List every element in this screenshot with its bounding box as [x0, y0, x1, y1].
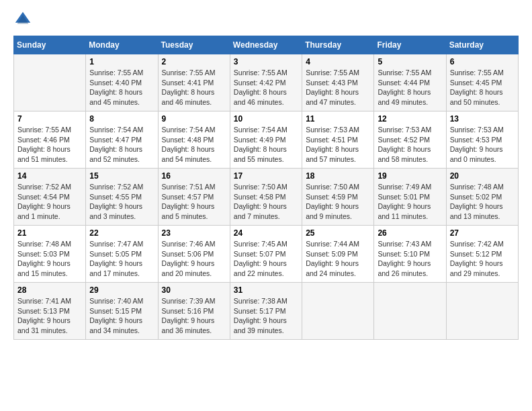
day-number: 27 — [450, 228, 515, 238]
week-row-1: 1Sunrise: 7:55 AMSunset: 4:40 PMDaylight… — [14, 54, 519, 111]
day-cell: 26Sunrise: 7:43 AMSunset: 5:10 PMDayligh… — [374, 226, 446, 283]
day-info: Sunrise: 7:52 AMSunset: 4:55 PMDaylight:… — [89, 182, 154, 222]
header-row: SundayMondayTuesdayWednesdayThursdayFrid… — [14, 36, 519, 54]
day-number: 30 — [162, 285, 226, 295]
day-cell: 12Sunrise: 7:53 AMSunset: 4:52 PMDayligh… — [374, 111, 446, 169]
header — [13, 10, 519, 29]
day-cell: 2Sunrise: 7:55 AMSunset: 4:41 PMDaylight… — [158, 54, 230, 111]
logo — [13, 10, 35, 29]
day-cell: 15Sunrise: 7:52 AMSunset: 4:55 PMDayligh… — [86, 169, 158, 226]
calendar-table: SundayMondayTuesdayWednesdayThursdayFrid… — [13, 36, 519, 340]
day-info: Sunrise: 7:49 AMSunset: 5:01 PMDaylight:… — [378, 182, 442, 222]
day-number: 13 — [450, 114, 515, 124]
day-number: 26 — [378, 228, 442, 238]
day-number: 14 — [17, 171, 82, 181]
day-cell: 1Sunrise: 7:55 AMSunset: 4:40 PMDaylight… — [86, 54, 158, 111]
day-number: 5 — [378, 57, 442, 66]
day-info: Sunrise: 7:52 AMSunset: 4:54 PMDaylight:… — [17, 182, 82, 222]
day-info: Sunrise: 7:55 AMSunset: 4:41 PMDaylight:… — [162, 68, 226, 107]
day-cell: 18Sunrise: 7:50 AMSunset: 4:59 PMDayligh… — [302, 169, 374, 226]
day-cell: 31Sunrise: 7:38 AMSunset: 5:17 PMDayligh… — [230, 283, 302, 340]
day-number: 25 — [306, 228, 370, 238]
day-info: Sunrise: 7:48 AMSunset: 5:02 PMDaylight:… — [450, 182, 515, 222]
logo-icon — [13, 10, 32, 29]
day-info: Sunrise: 7:38 AMSunset: 5:17 PMDaylight:… — [234, 296, 298, 336]
day-cell — [14, 54, 86, 111]
day-cell: 20Sunrise: 7:48 AMSunset: 5:02 PMDayligh… — [446, 169, 518, 226]
day-number: 8 — [89, 114, 154, 124]
day-number: 4 — [306, 57, 370, 66]
day-cell: 6Sunrise: 7:55 AMSunset: 4:45 PMDaylight… — [446, 54, 518, 111]
col-header-tuesday: Tuesday — [158, 36, 230, 54]
day-cell: 9Sunrise: 7:54 AMSunset: 4:48 PMDaylight… — [158, 111, 230, 169]
day-number: 28 — [17, 285, 82, 295]
day-number: 16 — [162, 171, 226, 181]
day-info: Sunrise: 7:55 AMSunset: 4:42 PMDaylight:… — [234, 68, 298, 107]
day-number: 18 — [306, 171, 370, 181]
day-number: 29 — [89, 285, 154, 295]
day-info: Sunrise: 7:53 AMSunset: 4:52 PMDaylight:… — [378, 125, 442, 165]
day-info: Sunrise: 7:50 AMSunset: 4:58 PMDaylight:… — [234, 182, 298, 222]
day-number: 21 — [17, 228, 82, 238]
col-header-monday: Monday — [86, 36, 158, 54]
day-cell — [302, 283, 374, 340]
week-row-2: 7Sunrise: 7:55 AMSunset: 4:46 PMDaylight… — [14, 111, 519, 169]
day-cell: 11Sunrise: 7:53 AMSunset: 4:51 PMDayligh… — [302, 111, 374, 169]
day-number: 19 — [378, 171, 442, 181]
week-row-5: 28Sunrise: 7:41 AMSunset: 5:13 PMDayligh… — [14, 283, 519, 340]
day-number: 17 — [234, 171, 298, 181]
day-number: 22 — [89, 228, 154, 238]
day-cell: 4Sunrise: 7:55 AMSunset: 4:43 PMDaylight… — [302, 54, 374, 111]
day-cell — [446, 283, 518, 340]
day-number: 31 — [234, 285, 298, 295]
day-cell: 24Sunrise: 7:45 AMSunset: 5:07 PMDayligh… — [230, 226, 302, 283]
day-info: Sunrise: 7:53 AMSunset: 4:53 PMDaylight:… — [450, 125, 515, 165]
day-info: Sunrise: 7:53 AMSunset: 4:51 PMDaylight:… — [306, 125, 370, 165]
day-cell: 17Sunrise: 7:50 AMSunset: 4:58 PMDayligh… — [230, 169, 302, 226]
day-number: 20 — [450, 171, 515, 181]
day-info: Sunrise: 7:39 AMSunset: 5:16 PMDaylight:… — [162, 296, 226, 336]
day-number: 12 — [378, 114, 442, 124]
day-cell: 3Sunrise: 7:55 AMSunset: 4:42 PMDaylight… — [230, 54, 302, 111]
day-cell: 28Sunrise: 7:41 AMSunset: 5:13 PMDayligh… — [14, 283, 86, 340]
day-info: Sunrise: 7:54 AMSunset: 4:47 PMDaylight:… — [89, 125, 154, 165]
day-info: Sunrise: 7:42 AMSunset: 5:12 PMDaylight:… — [450, 239, 515, 279]
day-cell: 16Sunrise: 7:51 AMSunset: 4:57 PMDayligh… — [158, 169, 230, 226]
day-cell: 5Sunrise: 7:55 AMSunset: 4:44 PMDaylight… — [374, 54, 446, 111]
day-cell: 22Sunrise: 7:47 AMSunset: 5:05 PMDayligh… — [86, 226, 158, 283]
col-header-wednesday: Wednesday — [230, 36, 302, 54]
day-info: Sunrise: 7:46 AMSunset: 5:06 PMDaylight:… — [162, 239, 226, 279]
day-info: Sunrise: 7:40 AMSunset: 5:15 PMDaylight:… — [89, 296, 154, 336]
day-cell: 8Sunrise: 7:54 AMSunset: 4:47 PMDaylight… — [86, 111, 158, 169]
day-info: Sunrise: 7:54 AMSunset: 4:49 PMDaylight:… — [234, 125, 298, 165]
day-cell: 19Sunrise: 7:49 AMSunset: 5:01 PMDayligh… — [374, 169, 446, 226]
week-row-4: 21Sunrise: 7:48 AMSunset: 5:03 PMDayligh… — [14, 226, 519, 283]
day-cell: 10Sunrise: 7:54 AMSunset: 4:49 PMDayligh… — [230, 111, 302, 169]
day-number: 1 — [89, 57, 154, 66]
day-number: 15 — [89, 171, 154, 181]
day-info: Sunrise: 7:55 AMSunset: 4:43 PMDaylight:… — [306, 68, 370, 107]
day-info: Sunrise: 7:41 AMSunset: 5:13 PMDaylight:… — [17, 296, 82, 336]
col-header-friday: Friday — [374, 36, 446, 54]
day-info: Sunrise: 7:54 AMSunset: 4:48 PMDaylight:… — [162, 125, 226, 165]
day-cell: 13Sunrise: 7:53 AMSunset: 4:53 PMDayligh… — [446, 111, 518, 169]
day-info: Sunrise: 7:44 AMSunset: 5:09 PMDaylight:… — [306, 239, 370, 279]
col-header-sunday: Sunday — [14, 36, 86, 54]
day-number: 2 — [162, 57, 226, 66]
day-info: Sunrise: 7:55 AMSunset: 4:46 PMDaylight:… — [17, 125, 82, 165]
day-cell: 7Sunrise: 7:55 AMSunset: 4:46 PMDaylight… — [14, 111, 86, 169]
day-cell: 21Sunrise: 7:48 AMSunset: 5:03 PMDayligh… — [14, 226, 86, 283]
day-cell: 27Sunrise: 7:42 AMSunset: 5:12 PMDayligh… — [446, 226, 518, 283]
day-number: 23 — [162, 228, 226, 238]
day-cell: 23Sunrise: 7:46 AMSunset: 5:06 PMDayligh… — [158, 226, 230, 283]
day-info: Sunrise: 7:55 AMSunset: 4:44 PMDaylight:… — [378, 68, 442, 107]
day-info: Sunrise: 7:51 AMSunset: 4:57 PMDaylight:… — [162, 182, 226, 222]
day-cell — [374, 283, 446, 340]
day-number: 6 — [450, 57, 515, 66]
day-cell: 14Sunrise: 7:52 AMSunset: 4:54 PMDayligh… — [14, 169, 86, 226]
day-cell: 30Sunrise: 7:39 AMSunset: 5:16 PMDayligh… — [158, 283, 230, 340]
day-number: 9 — [162, 114, 226, 124]
day-info: Sunrise: 7:45 AMSunset: 5:07 PMDaylight:… — [234, 239, 298, 279]
day-number: 24 — [234, 228, 298, 238]
day-number: 3 — [234, 57, 298, 66]
